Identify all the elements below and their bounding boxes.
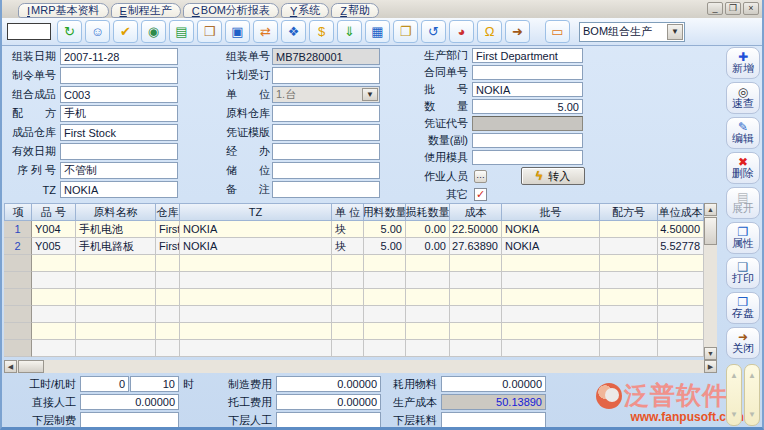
minimize-button[interactable]: _ — [707, 2, 723, 15]
table-cell[interactable] — [600, 238, 658, 255]
lock-check-button[interactable]: ✔ — [113, 20, 138, 43]
window-button[interactable]: ▭ — [545, 20, 570, 43]
column-header[interactable]: 仓库 — [156, 203, 180, 221]
table-row[interactable] — [4, 340, 704, 357]
table-cell[interactable] — [364, 255, 406, 272]
column-header[interactable]: 配方号 — [600, 203, 658, 221]
table-cell[interactable] — [600, 289, 658, 306]
table-cell[interactable] — [156, 255, 180, 272]
close-button[interactable]: × — [743, 2, 759, 15]
table-cell[interactable] — [658, 306, 704, 323]
table-cell[interactable] — [180, 255, 332, 272]
action-关闭-button[interactable]: ➜关闭 — [726, 327, 760, 359]
table-cell[interactable]: Y005 — [32, 238, 76, 255]
table-cell[interactable] — [180, 340, 332, 357]
swap-button[interactable]: ⇄ — [253, 20, 278, 43]
table-cell[interactable]: NOKIA — [180, 238, 332, 255]
table-cell[interactable] — [406, 340, 450, 357]
table-cell[interactable] — [32, 255, 76, 272]
column-header[interactable]: 损耗数量 — [406, 203, 450, 221]
table-cell[interactable] — [406, 255, 450, 272]
column-header[interactable]: TZ — [180, 203, 332, 221]
table-cell[interactable] — [32, 306, 76, 323]
action-新增-button[interactable]: ✚新增 — [726, 47, 760, 79]
table-cell[interactable] — [502, 289, 600, 306]
storage-bin-field[interactable] — [272, 162, 380, 179]
lower-labor-field[interactable] — [276, 412, 381, 428]
grid-horizontal-scrollbar[interactable]: ◀ ▶ — [4, 360, 717, 373]
column-header[interactable]: 单 位 — [332, 203, 364, 221]
table-cell[interactable] — [406, 289, 450, 306]
table-cell[interactable] — [502, 272, 600, 289]
table-row[interactable] — [4, 306, 704, 323]
column-header[interactable]: 原料名称 — [76, 203, 156, 221]
row-number-cell[interactable] — [4, 255, 32, 272]
table-cell[interactable]: First — [156, 238, 180, 255]
menu-tab-mrp-basic[interactable]: I MRP基本资料 — [18, 3, 109, 18]
table-row[interactable]: 1Y004手机电池FirstNOKIA块5.000.0022.50000NOKI… — [4, 221, 704, 238]
table-cell[interactable] — [658, 340, 704, 357]
table-cell[interactable]: 块 — [332, 238, 364, 255]
scroll-up-icon[interactable]: ▲ — [704, 203, 717, 216]
table-cell[interactable]: NOKIA — [502, 221, 600, 238]
other-checkbox[interactable]: ✓ — [474, 188, 487, 201]
table-cell[interactable] — [156, 289, 180, 306]
exit-door-button[interactable]: ➜ — [505, 20, 530, 43]
operator-picker-button[interactable]: … — [474, 170, 487, 183]
table-cell[interactable] — [156, 340, 180, 357]
table-cell[interactable]: Y004 — [32, 221, 76, 238]
table-cell[interactable] — [406, 323, 450, 340]
table-cell[interactable] — [332, 306, 364, 323]
user-query-button[interactable]: ☺ — [85, 20, 110, 43]
table-cell[interactable] — [364, 340, 406, 357]
report-globe-button[interactable]: ❖ — [281, 20, 306, 43]
serial-control-field[interactable]: 不管制 — [60, 162, 178, 179]
scroll-left-icon[interactable]: ◀ — [4, 360, 17, 373]
remark-field[interactable] — [272, 181, 380, 198]
column-header[interactable]: 项 — [4, 203, 32, 221]
quick-search-input[interactable] — [7, 23, 51, 40]
table-cell[interactable] — [502, 255, 600, 272]
table-cell[interactable] — [600, 272, 658, 289]
scroll-down-icon[interactable]: ▼ — [704, 347, 717, 360]
restore-button[interactable]: ❐ — [725, 2, 741, 15]
table-cell[interactable]: 22.50000 — [450, 221, 502, 238]
table-cell[interactable] — [450, 306, 502, 323]
table-cell[interactable] — [658, 289, 704, 306]
table-cell[interactable] — [502, 323, 600, 340]
table-cell[interactable]: 5.00 — [364, 238, 406, 255]
table-cell[interactable] — [32, 323, 76, 340]
table-row[interactable] — [4, 289, 704, 306]
table-cell[interactable] — [332, 289, 364, 306]
import-button[interactable]: ⇓ — [337, 20, 362, 43]
table-cell[interactable]: 5.00 — [364, 221, 406, 238]
material-consumed-field[interactable]: 0.00000 — [441, 376, 546, 392]
mold-field[interactable] — [472, 150, 583, 165]
action-存盘-button[interactable]: ❒存盘 — [726, 292, 760, 324]
pie-chart-button[interactable]: ◕ — [449, 20, 474, 43]
table-cell[interactable] — [32, 272, 76, 289]
menu-tab-bom-report[interactable]: C BOM分析报表 — [183, 3, 279, 18]
table-row[interactable] — [4, 323, 704, 340]
assembly-date-field[interactable]: 2007-11-28 — [60, 48, 178, 65]
table-cell[interactable] — [450, 289, 502, 306]
table-cell[interactable] — [364, 272, 406, 289]
row-number-cell[interactable] — [4, 289, 32, 306]
product-code-field[interactable]: C003 — [60, 86, 178, 103]
plan-order-field[interactable] — [272, 67, 380, 84]
table-cell[interactable] — [32, 340, 76, 357]
formula-field[interactable]: 手机 — [60, 105, 178, 122]
table-cell[interactable] — [76, 272, 156, 289]
table-cell[interactable] — [658, 323, 704, 340]
table-cell[interactable] — [450, 340, 502, 357]
table-cell[interactable] — [600, 340, 658, 357]
row-number-cell[interactable] — [4, 306, 32, 323]
chevron-down-icon[interactable]: ▼ — [667, 24, 683, 40]
table-cell[interactable] — [450, 255, 502, 272]
table-cell[interactable] — [76, 306, 156, 323]
table-cell[interactable]: 块 — [332, 221, 364, 238]
table-cell[interactable] — [180, 323, 332, 340]
menu-tab-help[interactable]: Z 帮助 — [331, 3, 379, 18]
table-cell[interactable] — [180, 306, 332, 323]
quantity-secondary-field[interactable] — [472, 133, 583, 148]
